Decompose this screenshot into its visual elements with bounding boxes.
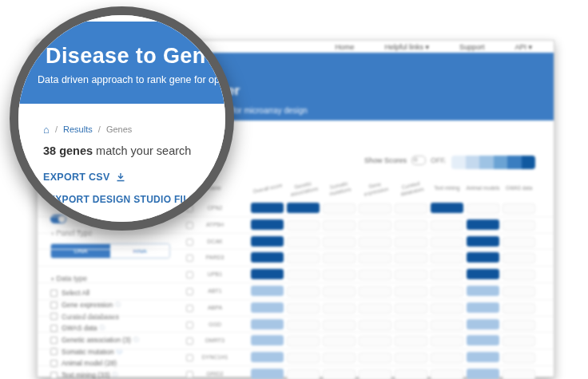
score-bar	[251, 352, 284, 362]
download-icon	[116, 172, 125, 182]
score-cell-empty	[395, 286, 427, 297]
score-cell-empty	[431, 220, 463, 231]
home-icon[interactable]: ⌂	[43, 124, 50, 136]
score-cell-empty	[359, 286, 391, 297]
score-cell-empty	[503, 286, 535, 297]
score-cell-empty	[287, 253, 320, 263]
score-bar	[251, 269, 284, 279]
legend-segment-2	[479, 156, 494, 169]
score-cell-empty	[395, 220, 427, 231]
score-cell-empty	[287, 336, 320, 346]
score-bar	[251, 203, 284, 213]
score-cell-empty	[431, 369, 463, 379]
export-csv-button[interactable]: EXPORT CSV	[43, 172, 125, 183]
score-cell-empty	[287, 270, 320, 280]
nav-item-helpfullinks[interactable]: Helpful links ▾	[384, 43, 429, 51]
score-cell-empty	[359, 320, 391, 330]
score-cell-empty	[503, 303, 535, 314]
gene-name: DYNC1H1	[194, 354, 236, 360]
score-cell-empty	[323, 220, 356, 231]
score-cell-empty	[287, 369, 320, 379]
score-cell-empty	[323, 203, 356, 214]
result-count: 38 genes	[43, 144, 93, 157]
score-bar	[467, 219, 499, 230]
score-cell-empty	[395, 303, 427, 314]
score-bar	[467, 269, 499, 279]
breadcrumb-results-link[interactable]: Results	[63, 124, 93, 134]
score-bar	[467, 352, 499, 362]
score-cell-empty	[503, 203, 535, 214]
score-cell-empty	[395, 369, 427, 379]
row-checkbox[interactable]	[186, 239, 193, 246]
table-row: DMRT3	[38, 333, 554, 349]
table-row: GGD	[38, 317, 554, 334]
table-row: ABT1	[38, 283, 554, 300]
score-cell-empty	[431, 353, 463, 363]
export-csv-label: EXPORT CSV	[43, 172, 110, 183]
score-bar	[287, 203, 320, 213]
score-bar	[251, 319, 284, 330]
score-bar	[251, 369, 284, 379]
score-cell-empty	[359, 220, 391, 231]
score-cell-empty	[431, 320, 463, 330]
row-checkbox[interactable]	[186, 322, 193, 329]
score-cell-empty	[323, 303, 356, 314]
row-checkbox[interactable]	[186, 338, 193, 345]
show-scores-label: Show Scores	[364, 156, 407, 164]
score-cell-empty	[431, 336, 463, 346]
row-checkbox[interactable]	[186, 354, 193, 361]
row-checkbox[interactable]	[186, 222, 193, 229]
score-cell-empty	[323, 320, 356, 330]
gene-name: GGD	[194, 322, 236, 327]
marketing-screenshot: HomeHelpful links ▾SupportAPI ▾ er for m…	[0, 0, 588, 379]
column-header-genetic-associations: Genetic associations	[284, 178, 322, 198]
score-cell-empty	[503, 237, 535, 247]
page-title: Disease to Gene	[46, 44, 218, 69]
score-cell-empty	[503, 353, 535, 363]
column-header-gwas-data: GWAS data	[501, 185, 538, 191]
score-cell-empty	[503, 336, 535, 346]
breadcrumb-separator: /	[98, 124, 101, 134]
column-header-animal-models: Animal models	[465, 185, 502, 191]
nav-item-api[interactable]: API ▾	[514, 43, 532, 51]
gene-name: UPB1	[194, 271, 236, 277]
score-bar	[467, 252, 499, 263]
show-scores-toggle[interactable]	[411, 156, 426, 165]
score-cell-empty	[503, 270, 535, 280]
legend-segment-3	[494, 156, 508, 169]
export-design-studio-button[interactable]: EXPORT DESIGN STUDIO FILES	[49, 194, 203, 205]
score-cell-empty	[287, 303, 320, 314]
score-cell-empty	[467, 203, 499, 214]
row-checkbox[interactable]	[186, 371, 193, 378]
breadcrumb-current: Genes	[106, 124, 132, 134]
show-scores-control: Show Scores OFF	[364, 156, 445, 165]
score-cell-empty	[503, 253, 535, 263]
gene-name: DMRT3	[194, 338, 236, 343]
score-bar	[467, 335, 499, 345]
nav-item-support[interactable]: Support	[459, 43, 485, 51]
score-bar	[251, 219, 284, 230]
score-cell-empty	[323, 270, 356, 280]
nav-item-home[interactable]: Home	[335, 43, 354, 51]
table-row: ABPA	[38, 300, 554, 317]
score-bar	[251, 286, 284, 296]
score-bar	[251, 252, 284, 263]
score-cell-empty	[395, 270, 427, 280]
breadcrumb-separator: /	[55, 124, 58, 134]
row-checkbox[interactable]	[186, 288, 193, 295]
gene-name: ABPA	[194, 305, 236, 310]
score-cell-empty	[359, 203, 391, 214]
score-cell-empty	[503, 320, 535, 330]
breadcrumb: ⌂ / Results / Genes	[43, 124, 132, 136]
score-cell-empty	[359, 353, 391, 363]
row-checkbox[interactable]	[186, 255, 193, 262]
row-checkbox[interactable]	[186, 271, 193, 278]
table-row: DYNC1H1	[38, 349, 554, 366]
score-cell-empty	[359, 253, 391, 263]
score-bar	[467, 369, 499, 379]
row-checkbox[interactable]	[186, 305, 193, 312]
legend-segment-0	[451, 156, 466, 169]
score-cell-empty	[359, 270, 391, 280]
score-cell-empty	[323, 237, 356, 247]
score-bar	[251, 335, 284, 345]
